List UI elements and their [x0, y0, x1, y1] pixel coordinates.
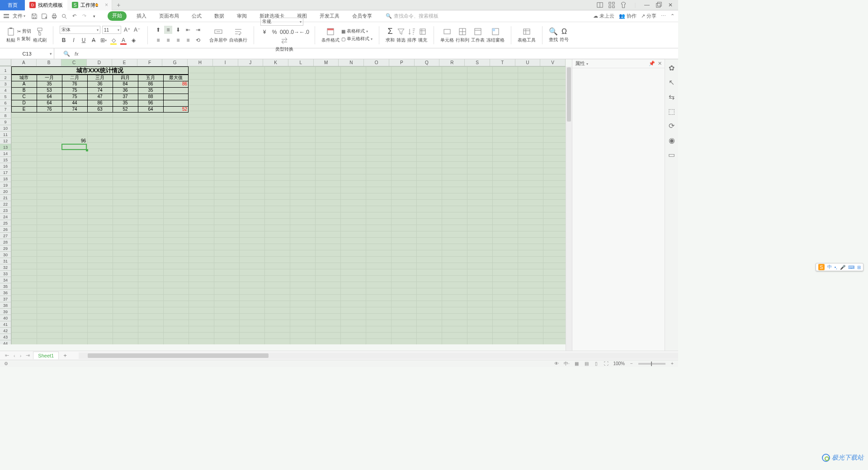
side-location-icon[interactable]: ◉	[668, 136, 676, 144]
cell-C5[interactable]: 75	[62, 94, 87, 100]
redo-icon[interactable]: ↷	[80, 13, 88, 20]
tab-add[interactable]: +	[112, 0, 125, 10]
cell-D6[interactable]: 86	[87, 100, 113, 106]
cell-B7[interactable]: 76	[37, 106, 62, 113]
row-header-29[interactable]: 29	[0, 245, 11, 252]
align-top-icon[interactable]: ⬆	[154, 26, 162, 34]
bold-icon[interactable]: B	[60, 36, 68, 44]
ribbon-tab-insert[interactable]: 插入	[134, 11, 149, 21]
formula-input[interactable]	[83, 51, 678, 56]
row-header-12[interactable]: 12	[0, 138, 11, 144]
tab-template[interactable]: D 找稻壳模板	[25, 0, 67, 10]
command-search[interactable]: 🔍 查找命令、搜索模板	[386, 13, 439, 19]
wrap-text-button[interactable]: 自动换行	[229, 27, 247, 43]
ribbon-tab-data[interactable]: 数据	[212, 11, 227, 21]
cell-C12[interactable]: 96	[62, 138, 87, 144]
row-header-41[interactable]: 41	[0, 321, 11, 328]
row-header-37[interactable]: 37	[0, 296, 11, 302]
sum-button[interactable]: Σ求和	[386, 27, 395, 43]
font-color-icon[interactable]: A	[119, 36, 127, 44]
cell-G5[interactable]	[163, 94, 189, 100]
row-header-36[interactable]: 36	[0, 290, 11, 296]
cell-C7[interactable]: 74	[62, 106, 87, 113]
cell-E2[interactable]: 四月	[113, 75, 138, 81]
cell-D3[interactable]: 36	[87, 81, 113, 87]
font-family-select[interactable]: 宋体▾	[60, 26, 100, 34]
sheet-nav-first[interactable]: ⇤	[4, 352, 10, 358]
cell-B4[interactable]: 53	[37, 87, 62, 94]
cell-F6[interactable]: 96	[138, 100, 163, 106]
col-header-U[interactable]: U	[515, 59, 541, 66]
cell-D2[interactable]: 三月	[87, 75, 113, 81]
row-header-25[interactable]: 25	[0, 220, 11, 226]
col-header-V[interactable]: V	[540, 59, 566, 66]
col-header-O[interactable]: O	[364, 59, 389, 66]
cell-C3[interactable]: 76	[62, 81, 87, 87]
row-header-40[interactable]: 40	[0, 315, 11, 321]
zoom-level[interactable]: 100%	[613, 361, 625, 366]
format-painter-button[interactable]: 格式刷	[33, 27, 47, 43]
percent-icon[interactable]: %	[270, 28, 278, 36]
cell-D5[interactable]: 47	[87, 94, 113, 100]
close-panel-icon[interactable]: ✕	[658, 61, 662, 66]
eye-care-icon[interactable]: 👁	[553, 361, 560, 367]
cell-style-button[interactable]: ▢ 单元格样式▾	[341, 36, 373, 42]
fill-color-icon[interactable]: ◇	[109, 36, 118, 44]
cell-F2[interactable]: 五月	[138, 75, 163, 81]
cell-G4[interactable]	[163, 87, 189, 94]
cell-E4[interactable]: 36	[113, 87, 138, 94]
col-header-J[interactable]: J	[238, 59, 264, 66]
symbol-button[interactable]: Ω符号	[560, 28, 569, 43]
increase-font-icon[interactable]: A⁺	[123, 26, 131, 34]
table-style-button[interactable]: ▦ 表格样式▾	[341, 28, 373, 34]
cell-E6[interactable]: 35	[113, 100, 138, 106]
row-header-6[interactable]: 6	[0, 100, 11, 106]
side-settings-icon[interactable]: ⇆	[668, 93, 676, 101]
col-header-Q[interactable]: Q	[415, 59, 440, 66]
row-header-34[interactable]: 34	[0, 277, 11, 283]
cell-button[interactable]: 单元格	[440, 27, 454, 43]
merge-center-button[interactable]: 合并居中	[209, 27, 227, 43]
cell-A3[interactable]: A	[11, 81, 37, 87]
worksheet-button[interactable]: 工作表	[471, 27, 485, 43]
row-header-18[interactable]: 18	[0, 176, 11, 182]
indent-increase-icon[interactable]: ⇥	[194, 26, 202, 34]
layout-icon[interactable]	[596, 1, 604, 9]
tab-home[interactable]: 首页	[0, 0, 25, 10]
font-size-select[interactable]: 11▾	[102, 26, 121, 34]
row-header-1[interactable]: 1	[0, 66, 11, 75]
row-header-30[interactable]: 30	[0, 252, 11, 258]
row-header-43[interactable]: 43	[0, 334, 11, 340]
row-header-9[interactable]: 9	[0, 119, 11, 125]
find-button[interactable]: 🔍查找	[549, 27, 558, 43]
orientation-icon[interactable]: ⟲	[194, 36, 202, 44]
align-middle-icon[interactable]: ≡	[164, 26, 172, 34]
sheet-nav-prev[interactable]: ‹	[12, 353, 17, 358]
row-header-26[interactable]: 26	[0, 226, 11, 233]
fill-handle[interactable]	[86, 149, 88, 151]
align-left-icon[interactable]: ≡	[154, 36, 162, 44]
col-header-A[interactable]: A	[11, 59, 37, 66]
cell-G7[interactable]: 52	[163, 106, 189, 113]
col-header-L[interactable]: L	[288, 59, 314, 66]
side-select-icon[interactable]: ↖	[668, 78, 676, 86]
cell-A5[interactable]: C	[11, 94, 37, 100]
save-icon[interactable]	[31, 13, 38, 20]
row-header-38[interactable]: 38	[0, 302, 11, 309]
italic-icon[interactable]: I	[70, 36, 78, 44]
side-tools-icon[interactable]: ⬚	[668, 107, 676, 115]
qat-dropdown-icon[interactable]: ▾	[90, 13, 98, 20]
align-justify-icon[interactable]: ≡	[184, 36, 192, 44]
row-header-24[interactable]: 24	[0, 214, 11, 220]
col-header-M[interactable]: M	[314, 59, 339, 66]
fx-icon[interactable]: fx	[75, 51, 79, 56]
cut-button[interactable]: ✂ 剪切	[17, 28, 31, 34]
col-header-G[interactable]: G	[162, 59, 188, 66]
add-sheet-button[interactable]: +	[61, 352, 70, 359]
collab-button[interactable]: 👥 协作	[619, 13, 637, 19]
underline-icon[interactable]: U	[80, 36, 88, 44]
col-header-R[interactable]: R	[439, 59, 465, 66]
cell-A6[interactable]: D	[11, 100, 37, 106]
side-help-icon[interactable]: ▭	[668, 150, 676, 159]
align-center-icon[interactable]: ≡	[164, 36, 172, 44]
